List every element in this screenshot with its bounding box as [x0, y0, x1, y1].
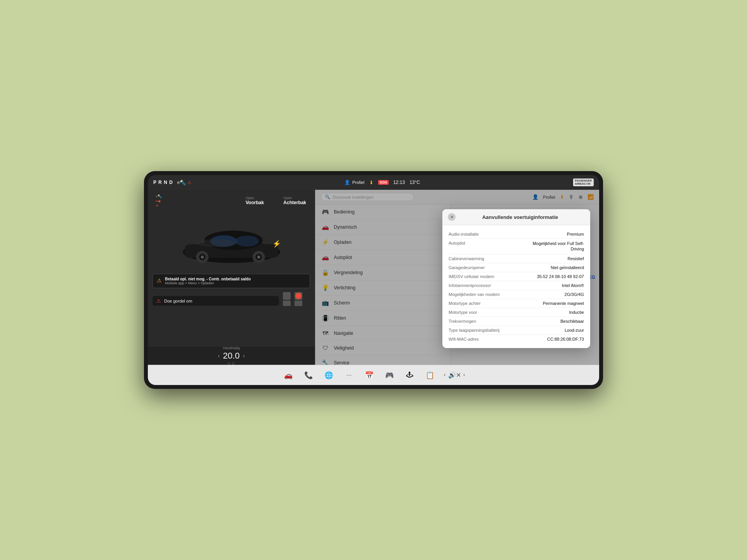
modal-value-motor-voor: Inductie	[518, 310, 584, 315]
modal-value-motor-achter: Permanente magneet	[518, 301, 584, 306]
modal-key-autopilot: Autopilot	[449, 241, 514, 245]
screen-bezel: P R N D ≡🔦 ⚠ 👤 Profiel ⬇ SOS 12:13 13°C …	[144, 171, 603, 389]
modal-key-imei: IMEISV cellulair modem	[449, 274, 514, 279]
status-bar: P R N D ≡🔦 ⚠ 👤 Profiel ⬇ SOS 12:13 13°C …	[148, 175, 599, 190]
svg-text:⚡: ⚡	[272, 240, 281, 248]
voorbak-label-group: Open Voorbak	[245, 196, 264, 205]
taskbar-notes-icon[interactable]: 📋	[424, 369, 436, 382]
temp-bar: Handmatig ‹ 20.0 › ◻ ◻	[148, 346, 315, 365]
taskbar-more-icon[interactable]: ⋯	[343, 369, 355, 382]
icon-sym-2: ≡◀	[156, 199, 162, 203]
profile-button[interactable]: 👤 Profiel	[344, 180, 364, 185]
icon-sym-1: ≡🔦	[156, 194, 162, 198]
modal-row-cabin: Cabineverwarming Resistief	[449, 254, 584, 263]
time-display: 12:13	[393, 180, 405, 185]
nav-right-arrow[interactable]: ›	[463, 371, 465, 379]
screen-inner: P R N D ≡🔦 ⚠ 👤 Profiel ⬇ SOS 12:13 13°C …	[148, 175, 599, 385]
modal-row-garage: Garagedeuropener Niet geïnstalleerd	[449, 263, 584, 272]
warning-banner: ⚠ Betaald opl. niet mog. - Contr. onbeta…	[153, 274, 310, 288]
car-image: ⚡	[153, 209, 310, 271]
modal-value-trekvermogen: Beschikbaar	[518, 319, 584, 324]
modal-close-button[interactable]: ✕	[448, 213, 456, 221]
svg-rect-14	[283, 301, 291, 306]
modal-row-motor-voor: Motortype voor Inductie	[449, 308, 584, 317]
user-icon: 👤	[344, 180, 350, 185]
warning-triangle-icon: ⚠	[157, 277, 162, 284]
icon-sym-3: ✳	[156, 204, 162, 208]
main-content: ≡🔦 ≡◀ ✳ Open Voorbak Open	[148, 190, 599, 365]
seat-diagram	[279, 290, 310, 310]
modal-row-trekvermogen: Trekvermogen Beschikbaar	[449, 317, 584, 326]
car-svg: ⚡	[177, 215, 286, 266]
modal-key-motor-achter: Motortype achter	[449, 301, 514, 306]
modal-value-audio: Premium	[518, 232, 584, 236]
modal-overlay: ✕ Aanvullende voertuiginformatie Audio-i…	[315, 190, 599, 365]
achterbak-label: Achterbak	[283, 200, 306, 205]
warning-sub-text: Mobiele app > Menu > Opladen	[165, 281, 251, 285]
seat-diagram-svg	[281, 290, 308, 310]
modal-key-trekvermogen: Trekvermogen	[449, 319, 514, 324]
svg-point-4	[235, 236, 259, 247]
headlight-icon: ≡🔦	[177, 180, 186, 186]
svg-point-11	[196, 239, 235, 247]
taskbar-joystick-icon[interactable]: 🕹	[403, 369, 416, 382]
taskbar: 🚗 📞 🌐 ⋯ 📅 🎮 🕹 📋 ‹ 🔊✕ ›	[148, 365, 599, 385]
nav-left-arrow[interactable]: ‹	[444, 371, 446, 379]
temp-right-arrow[interactable]: ›	[243, 352, 245, 359]
voorbak-label: Voorbak	[245, 200, 264, 205]
car-silhouette: ⚡	[177, 215, 286, 266]
modal-key-motor-voor: Motortype voor	[449, 310, 514, 315]
taskbar-calendar-icon[interactable]: 📅	[363, 369, 375, 382]
modal-value-autopilot: Mogelijkheid voor Full Self-Driving	[518, 241, 584, 252]
modal-key-garage: Garagedeuropener	[449, 265, 514, 270]
modal-key-modem: Mogelijkheden van modem	[449, 292, 514, 297]
open-achterbak-label: Open	[283, 196, 306, 200]
open-voorbak-label: Open	[245, 196, 264, 200]
status-center: 👤 Profiel ⬇ SOS 12:13 13°C	[344, 180, 420, 186]
temp-display: 13°C	[410, 180, 420, 185]
temp-value-display: 20.0	[223, 351, 240, 361]
modal-row-audio: Audio-installatie Premium	[449, 230, 584, 239]
modal-value-imei: 35-52 24 08-10 48 92-07	[518, 274, 584, 279]
svg-point-10	[257, 256, 260, 259]
achterbak-label-group: Open Achterbak	[283, 196, 306, 205]
sos-badge[interactable]: SOS	[378, 180, 389, 185]
modal-key-cabin: Cabineverwarming	[449, 256, 514, 261]
modal-key-infotainment: Infotainmentprocessor	[449, 283, 514, 288]
temp-mode-label: Handmatig	[218, 346, 245, 350]
modal-value-cabin: Resistief	[518, 256, 584, 261]
left-panel: ≡🔦 ≡◀ ✳ Open Voorbak Open	[148, 190, 315, 365]
taskbar-browser-icon[interactable]: 🌐	[323, 369, 335, 382]
modal-key-wifi: Wifi-MAC-adres	[449, 337, 514, 341]
airbag-badge: PASSENGERAIRBAG ON	[573, 178, 594, 187]
status-left: P R N D ≡🔦 ⚠	[153, 180, 191, 186]
seat-heat-icon-1: ◻	[228, 362, 230, 365]
warning-main-text: Betaald opl. niet mog. - Contr. onbetaal…	[165, 277, 251, 281]
taskbar-phone-icon[interactable]: 📞	[302, 369, 315, 382]
modal-value-batterij: Lood-zuur	[518, 328, 584, 332]
status-right: PASSENGERAIRBAG ON	[573, 178, 594, 187]
modal-key-audio: Audio-installatie	[449, 232, 514, 236]
modal-row-modem: Mogelijkheden van modem 2G/3G/4G	[449, 290, 584, 299]
modal-body: Audio-installatie Premium Autopilot Moge…	[442, 225, 590, 348]
taskbar-car-icon[interactable]: 🚗	[282, 369, 295, 382]
warning-text-block: Betaald opl. niet mog. - Contr. onbetaal…	[165, 277, 251, 285]
temp-control: Handmatig ‹ 20.0 › ◻ ◻	[218, 346, 245, 365]
modal-row-batterij: Type laagspanningsbatterij Lood-zuur	[449, 326, 584, 335]
seatbelt-text: Doe gordel om	[164, 299, 192, 303]
modal-row-infotainment: Infotainmentprocessor Intel Atom®	[449, 281, 584, 290]
nav-arrows: ‹ 🔊✕ ›	[444, 371, 465, 379]
modal-value-modem: 2G/3G/4G	[518, 292, 584, 297]
svg-point-17	[295, 293, 302, 299]
modal-value-wifi: CC:88:26:08:DF:73	[518, 337, 584, 341]
temp-left-arrow[interactable]: ‹	[218, 352, 220, 359]
seatbelt-icon: ⚠	[156, 298, 161, 304]
download-icon: ⬇	[369, 180, 374, 186]
modal-key-batterij: Type laagspanningsbatterij	[449, 328, 514, 332]
modal-value-garage: Niet geïnstalleerd	[518, 265, 584, 270]
volume-icon[interactable]: 🔊✕	[448, 371, 461, 379]
modal-row-motor-achter: Motortype achter Permanente magneet	[449, 299, 584, 308]
right-panel: 🔍 Doorzoek instellingen 👤 Profiel ⬇ 🎙 ⊕ …	[315, 190, 599, 365]
taskbar-games-icon[interactable]: 🎮	[383, 369, 396, 382]
warning-icon-bar: ⚠	[188, 180, 191, 185]
